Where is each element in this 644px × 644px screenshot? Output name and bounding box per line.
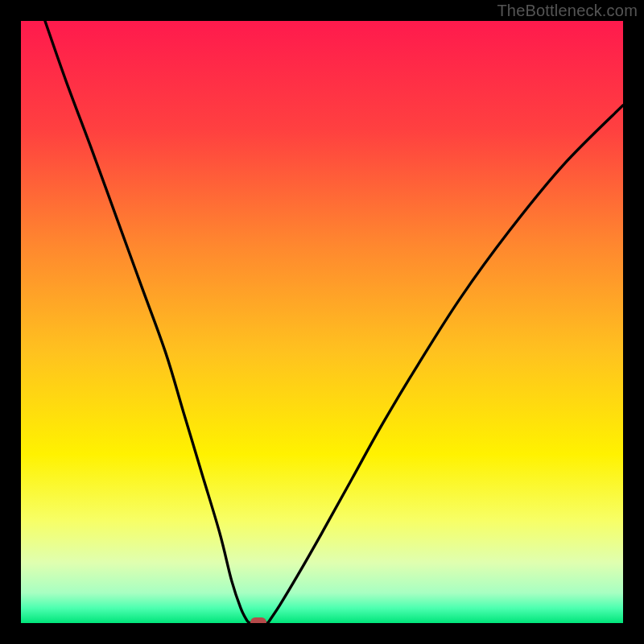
plot-area [21, 21, 623, 623]
chart-container: TheBottleneck.com [0, 0, 644, 644]
bottleneck-curve [45, 21, 623, 623]
curve-layer [21, 21, 623, 623]
optimal-marker [250, 617, 266, 624]
watermark-text: TheBottleneck.com [497, 2, 638, 20]
